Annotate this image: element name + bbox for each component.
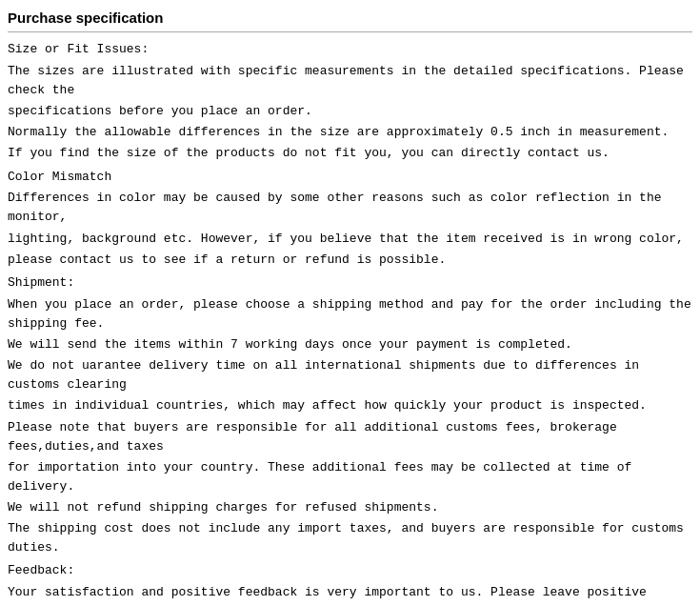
section-2-paragraph-0: When you place an order, please choose a…	[8, 295, 692, 333]
section-0-paragraph-3: If you find the size of the products do …	[8, 144, 692, 163]
page-container: Purchase specification Size or Fit Issue…	[8, 10, 692, 606]
section-0-paragraph-2: Normally the allowable differences in th…	[8, 123, 692, 142]
section-2-paragraph-1: We will send the items within 7 working …	[8, 335, 692, 354]
section-header-3: Feedback:	[8, 561, 692, 581]
section-0-paragraph-0: The sizes are illustrated with specific …	[8, 62, 692, 100]
section-2-paragraph-3: times in individual countries, which may…	[8, 396, 692, 415]
page-title: Purchase specification	[8, 10, 692, 26]
section-header-1: Color Mismatch	[8, 168, 692, 188]
section-2-paragraph-6: We will not refund shipping charges for …	[8, 498, 692, 517]
section-2-paragraph-4: Please note that buyers are responsible …	[8, 418, 692, 456]
section-1-paragraph-2: please contact us to see if a return or …	[8, 251, 692, 270]
section-header-0: Size or Fit Issues:	[8, 40, 692, 60]
title-divider	[8, 31, 692, 32]
content-area: Size or Fit Issues:The sizes are illustr…	[8, 40, 692, 606]
section-1-paragraph-1: lighting, background etc. However, if yo…	[8, 230, 692, 249]
section-1-paragraph-0: Differences in color may be caused by so…	[8, 189, 692, 227]
section-0-paragraph-1: specifications before you place an order…	[8, 102, 692, 121]
section-2-paragraph-5: for importation into your country. These…	[8, 458, 692, 496]
section-3-paragraph-0: Your satisfaction and positive feedback …	[8, 583, 692, 606]
section-2-paragraph-7: The shipping cost does not include any i…	[8, 519, 692, 557]
section-header-2: Shipment:	[8, 273, 692, 293]
section-2-paragraph-2: We do not uarantee delivery time on all …	[8, 356, 692, 394]
